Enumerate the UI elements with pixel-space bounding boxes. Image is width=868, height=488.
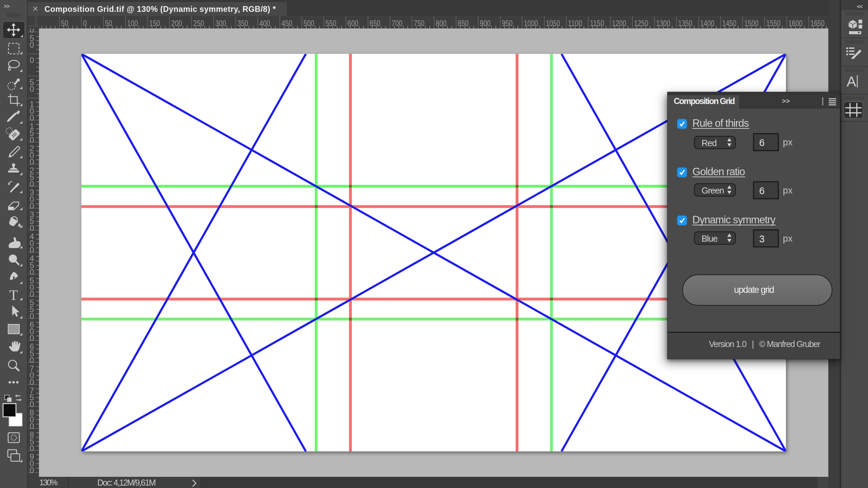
svg-text:0: 0 bbox=[29, 113, 34, 122]
svg-text:250: 250 bbox=[193, 19, 204, 28]
svg-text:1300: 1300 bbox=[656, 19, 670, 28]
svg-text:100: 100 bbox=[127, 19, 138, 28]
svg-text:0: 0 bbox=[29, 444, 34, 453]
svg-text:1600: 1600 bbox=[788, 19, 803, 28]
svg-text:350: 350 bbox=[237, 19, 248, 28]
svg-text:900: 900 bbox=[480, 19, 491, 28]
svg-text:0: 0 bbox=[29, 245, 34, 255]
svg-text:650: 650 bbox=[370, 19, 380, 28]
svg-text:0: 0 bbox=[29, 311, 34, 321]
svg-text:50: 50 bbox=[61, 19, 68, 28]
svg-text:0: 0 bbox=[29, 466, 34, 475]
svg-text:550: 550 bbox=[326, 19, 336, 28]
svg-text:950: 950 bbox=[502, 19, 513, 28]
svg-text:1000: 1000 bbox=[524, 19, 538, 28]
svg-text:700: 700 bbox=[392, 19, 402, 28]
svg-text:1050: 1050 bbox=[546, 19, 560, 28]
svg-text:0: 0 bbox=[29, 333, 34, 343]
svg-text:0: 0 bbox=[29, 400, 34, 409]
svg-text:0: 0 bbox=[29, 267, 34, 277]
svg-text:450: 450 bbox=[281, 19, 292, 28]
svg-text:0: 0 bbox=[29, 56, 34, 65]
svg-text:0: 0 bbox=[29, 422, 34, 431]
svg-text:50: 50 bbox=[105, 19, 112, 28]
svg-text:0: 0 bbox=[29, 223, 34, 232]
svg-text:0: 0 bbox=[29, 201, 34, 210]
svg-text:200: 200 bbox=[171, 19, 182, 28]
svg-text:850: 850 bbox=[458, 19, 469, 28]
svg-text:0: 0 bbox=[29, 135, 34, 144]
svg-text:500: 500 bbox=[303, 19, 314, 28]
svg-text:400: 400 bbox=[259, 19, 270, 28]
svg-text:600: 600 bbox=[348, 19, 358, 28]
svg-text:1350: 1350 bbox=[678, 19, 692, 28]
svg-text:1100: 1100 bbox=[568, 19, 582, 28]
svg-text:1150: 1150 bbox=[590, 19, 604, 28]
svg-text:300: 300 bbox=[215, 19, 226, 28]
svg-text:0: 0 bbox=[29, 40, 34, 49]
svg-text:1650: 1650 bbox=[810, 19, 825, 28]
svg-text:150: 150 bbox=[149, 19, 160, 28]
svg-text:0: 0 bbox=[29, 355, 34, 365]
svg-text:1200: 1200 bbox=[612, 19, 626, 28]
svg-text:0: 0 bbox=[29, 84, 34, 94]
svg-text:1550: 1550 bbox=[766, 19, 781, 28]
svg-text:1400: 1400 bbox=[700, 19, 714, 28]
svg-text:750: 750 bbox=[414, 19, 425, 28]
svg-text:1500: 1500 bbox=[744, 19, 758, 28]
svg-text:A: A bbox=[847, 74, 856, 89]
svg-text:0: 0 bbox=[29, 157, 34, 166]
svg-text:1250: 1250 bbox=[634, 19, 648, 28]
svg-text:0: 0 bbox=[83, 19, 87, 28]
svg-text:T: T bbox=[9, 287, 18, 303]
svg-text:0: 0 bbox=[29, 179, 34, 188]
svg-text:1450: 1450 bbox=[722, 19, 736, 28]
svg-text:800: 800 bbox=[436, 19, 447, 28]
svg-text:0: 0 bbox=[29, 378, 34, 387]
svg-text:0: 0 bbox=[29, 289, 34, 299]
